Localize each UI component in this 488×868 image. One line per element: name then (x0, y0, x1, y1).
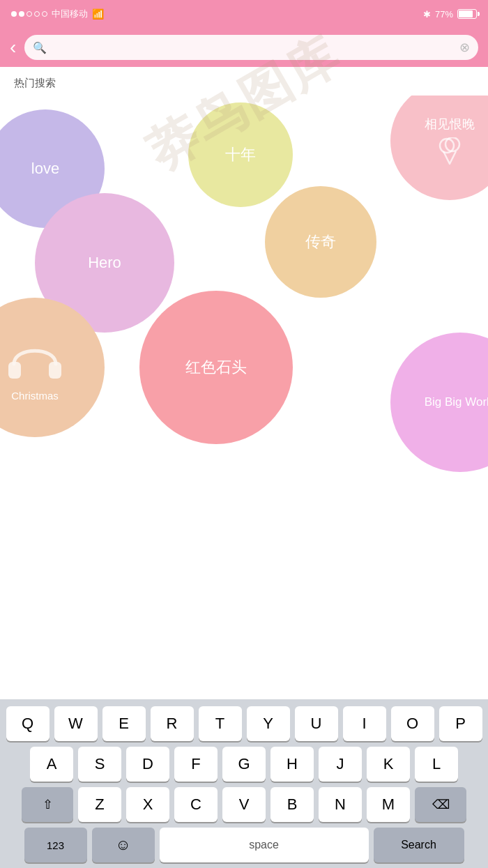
search-input[interactable] (52, 42, 454, 54)
key-k[interactable]: K (367, 747, 410, 782)
dot1 (11, 11, 17, 17)
key-i[interactable]: I (343, 706, 386, 741)
key-c[interactable]: C (174, 787, 218, 822)
num-key[interactable]: 123 (24, 828, 87, 862)
bubble-xiangj[interactable]: 相见恨晚 (390, 96, 488, 200)
dot4 (34, 11, 40, 17)
svg-rect-3 (49, 362, 61, 379)
space-key[interactable]: space (160, 828, 369, 862)
key-q[interactable]: Q (6, 706, 49, 741)
dot5 (42, 11, 47, 17)
key-s[interactable]: S (78, 747, 121, 782)
keyboard-row3: ⇧ Z X C V B N M ⌫ (3, 787, 485, 822)
dot3 (26, 11, 32, 17)
key-o[interactable]: O (391, 706, 434, 741)
battery-icon (457, 9, 477, 19)
search-icon: 🔍 (33, 41, 47, 54)
key-g[interactable]: G (222, 747, 266, 782)
bubble-xiangj-text: 相见恨晚 (425, 116, 475, 132)
key-l[interactable]: L (415, 747, 458, 782)
wifi-icon: 📶 (92, 8, 104, 20)
hot-search-label: 热门搜索 (0, 67, 488, 96)
status-bar: 中国移动 📶 ✱ 77% (0, 0, 488, 28)
clear-button[interactable]: ⊗ (459, 40, 470, 55)
key-a[interactable]: A (30, 747, 73, 782)
emoji-key[interactable]: ☺ (92, 828, 155, 862)
headphone-icon (3, 333, 66, 385)
key-u[interactable]: U (295, 706, 338, 741)
key-x[interactable]: X (126, 787, 169, 822)
key-m[interactable]: M (367, 787, 410, 822)
key-t[interactable]: T (199, 706, 242, 741)
bluetooth-icon: ✱ (423, 9, 431, 20)
key-w[interactable]: W (54, 706, 98, 741)
bubble-hero-text: Hero (88, 253, 121, 273)
shift-key[interactable]: ⇧ (22, 787, 73, 822)
bubble-christmas-text: Christmas (11, 389, 59, 403)
key-d[interactable]: D (126, 747, 169, 782)
search-key[interactable]: Search (374, 828, 464, 862)
bubble-chuanq-text: 传奇 (305, 232, 336, 252)
svg-rect-2 (8, 362, 21, 379)
bubble-chuanq[interactable]: 传奇 (265, 186, 376, 298)
bubble-red-text: 红色石头 (185, 358, 247, 378)
key-y[interactable]: Y (247, 706, 290, 741)
key-e[interactable]: E (102, 706, 146, 741)
carrier-label: 中国移动 (52, 8, 88, 20)
bubble-love-text: love (31, 159, 59, 179)
battery-percent: 77% (435, 9, 453, 20)
keyboard: Q W E R T Y U I O P A S D F G H J K L ⇧ … (0, 699, 488, 868)
key-n[interactable]: N (319, 787, 362, 822)
key-f[interactable]: F (174, 747, 218, 782)
key-z[interactable]: Z (78, 787, 121, 822)
battery-fill (459, 10, 473, 17)
keyboard-bottom-row: 123 ☺ space Search (3, 828, 485, 862)
key-j[interactable]: J (319, 747, 362, 782)
bubble-ten-text: 十年 (225, 145, 256, 165)
keyboard-row1: Q W E R T Y U I O P (3, 706, 485, 741)
delete-key[interactable]: ⌫ (415, 787, 466, 822)
back-button[interactable]: ‹ (10, 38, 16, 57)
bubbles-area: love 十年 相见恨晚 Hero 传奇 (0, 96, 488, 472)
status-left: 中国移动 📶 (11, 8, 104, 20)
search-input-container: 🔍 ⊗ (24, 35, 478, 60)
bubble-red[interactable]: 红色石头 (139, 291, 293, 444)
signal-dots (11, 11, 47, 17)
search-bar: ‹ 🔍 ⊗ (0, 28, 488, 67)
keyboard-row2: A S D F G H J K L (3, 747, 485, 782)
status-right: ✱ 77% (423, 9, 477, 20)
key-r[interactable]: R (151, 706, 194, 741)
key-p[interactable]: P (439, 706, 482, 741)
key-b[interactable]: B (270, 787, 314, 822)
key-v[interactable]: V (222, 787, 266, 822)
dot2 (19, 11, 24, 17)
key-h[interactable]: H (270, 747, 314, 782)
icecream-icon (437, 137, 462, 165)
bubble-bigbig[interactable]: Big Big World (390, 333, 488, 472)
bubble-bigbig-text: Big Big World (425, 395, 488, 410)
bubble-ten[interactable]: 十年 (188, 102, 293, 207)
